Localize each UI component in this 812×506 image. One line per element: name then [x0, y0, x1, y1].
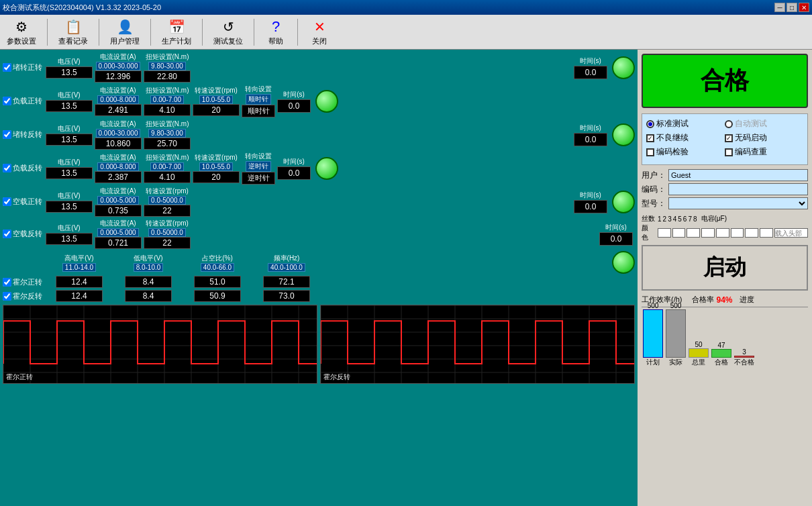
sr-voltage-header: 电压(V): [58, 124, 80, 134]
toolbar-reset[interactable]: ↺ 测试复位: [209, 16, 247, 48]
bc5[interactable]: [716, 228, 729, 238]
nr-voltage: 电压(V) 13.5: [46, 223, 93, 245]
code-label: 编码：: [642, 184, 666, 195]
sr-torque-value: 25.70: [144, 138, 191, 150]
close-window-button[interactable]: ✕: [799, 3, 809, 12]
hr-duty: 50.9: [184, 290, 251, 302]
option-standard-test[interactable]: 标准测试: [646, 118, 725, 130]
hall-indicator: [612, 251, 635, 274]
bc8[interactable]: [760, 228, 773, 238]
bc3[interactable]: [687, 228, 700, 238]
lf-torque: 扭矩设置(N.m) 0.00-7.00 4.10: [144, 86, 191, 116]
bar-item-plan: 500 计划: [643, 302, 663, 367]
lr-current-header: 电流设置(A): [100, 153, 136, 162]
toolbar-help[interactable]: ? 帮助: [261, 16, 291, 48]
toolbar-params[interactable]: ⚙ 参数设置: [3, 16, 40, 48]
code-input[interactable]: [668, 183, 808, 195]
noload-forward-label: 空载正转: [3, 197, 46, 207]
option-code-check[interactable]: 编码检验: [646, 146, 725, 158]
sf-voltage-header: 电压(V): [58, 57, 80, 66]
lf-direction-value: 顺时针: [242, 105, 275, 117]
noload-reverse-checkbox[interactable]: [3, 230, 11, 238]
nf-time-header: 时间(s): [580, 191, 601, 200]
toolbar-records-label: 查看记录: [58, 36, 88, 46]
bn3: 3: [668, 215, 672, 223]
lf-speed: 转速设置(rpm) 10.0-55.0 20: [193, 86, 240, 116]
option-bad-continue[interactable]: ✓ 不良继续: [646, 132, 725, 144]
lf-speed-value: 20: [193, 104, 240, 116]
bc2[interactable]: [672, 228, 686, 238]
nr-speed-header: 转速设置(rpm): [146, 219, 189, 228]
bc1[interactable]: [658, 228, 671, 238]
nf-current-value: 0.735: [95, 205, 142, 217]
toolbar-plan-label: 生产计划: [162, 36, 191, 46]
hall-forward-checkbox[interactable]: [3, 278, 11, 287]
band-num-label: 丝数: [642, 214, 655, 223]
nf-time-value: 0.0: [574, 200, 607, 213]
lf-time-value: 0.0: [277, 99, 311, 113]
bc6[interactable]: [731, 228, 744, 238]
sr-torque-header: 扭矩设置(N.m): [146, 119, 189, 129]
test-panel: .trow { display: flex; align-items: cent…: [0, 50, 638, 506]
stall-reverse-checkbox[interactable]: [3, 130, 11, 139]
lr-current-range: 0.000-8.000: [97, 162, 138, 171]
hf-duty-value: 51.0: [194, 276, 241, 288]
cap-input[interactable]: [774, 228, 808, 238]
toolbar-users-label: 用户管理: [110, 36, 140, 46]
standard-test-radio[interactable]: [646, 120, 654, 128]
load-reverse-checkbox[interactable]: [3, 164, 11, 172]
stall-reverse-text: 堵转反转: [13, 130, 42, 140]
code-check-label: 编码检验: [656, 146, 689, 158]
hr-low: 8.4: [115, 290, 182, 302]
band-color-label: 颜色: [642, 223, 655, 242]
sr-current-range: 0.000-30.000: [96, 129, 141, 138]
toolbar-records[interactable]: 📋 查看记录: [54, 16, 92, 48]
row-load-reverse: 负载反转 电压(V) 13.5 电流设置(A) 0.000-8.000 2.38…: [3, 152, 635, 185]
bn5: 5: [678, 215, 682, 223]
auto-test-radio[interactable]: [725, 120, 733, 128]
option-no-code-start[interactable]: ✓ 无码启动: [725, 132, 803, 144]
no-code-start-label: 无码启动: [735, 132, 767, 144]
toolbar-users[interactable]: 👤 用户管理: [106, 16, 144, 48]
toolbar-close[interactable]: ✕ 关闭: [305, 16, 334, 48]
nf-speed-range: 0.0-5000.0: [148, 196, 186, 205]
model-select[interactable]: [668, 197, 808, 209]
nf-time: 时间(s) 0.0: [574, 191, 607, 213]
hall-freq-label: 频率(Hz): [274, 254, 300, 263]
code-recheck-checkbox[interactable]: [725, 148, 733, 156]
start-button[interactable]: 启动: [642, 245, 808, 291]
code-check-checkbox[interactable]: [646, 148, 654, 156]
sf-voltage-value: 13.5: [46, 66, 93, 79]
bc4[interactable]: [701, 228, 715, 238]
no-code-start-checkbox[interactable]: ✓: [725, 134, 733, 142]
bc7[interactable]: [745, 228, 758, 238]
bar-pass-label: 合格: [715, 358, 728, 367]
sr-indicator: [612, 123, 635, 146]
user-input[interactable]: [668, 169, 808, 181]
toolbar-close-label: 关闭: [312, 36, 327, 46]
option-auto-test[interactable]: 自动测试: [725, 118, 803, 130]
toolbar-plan[interactable]: 📅 生产计划: [158, 16, 195, 48]
hall-reverse-checkbox[interactable]: [3, 292, 11, 301]
lr-current-value: 2.387: [95, 171, 142, 183]
hall-low-label: 低电平(V): [134, 254, 162, 263]
minimize-button[interactable]: ─: [774, 3, 785, 12]
noload-forward-checkbox[interactable]: [3, 197, 11, 206]
stall-forward-text: 堵转正转: [13, 62, 42, 72]
bar-item-total: 50 总里: [689, 341, 709, 367]
lr-voltage-value: 13.5: [46, 167, 93, 179]
load-reverse-label: 负载反转: [3, 163, 46, 173]
result-box: 合格: [642, 54, 808, 108]
option-code-recheck[interactable]: 编码查重: [725, 146, 803, 158]
bar-chart: 500 计划 500 实际 50 总里 47 合格: [642, 307, 808, 367]
lr-speed-header: 转速设置(rpm): [195, 153, 238, 162]
lf-torque-value: 4.10: [144, 104, 191, 116]
nf-voltage: 电压(V) 13.5: [46, 191, 93, 213]
load-forward-checkbox[interactable]: [3, 97, 11, 105]
lf-current-header: 电流设置(A): [100, 86, 136, 95]
lf-torque-range: 0.00-7.00: [150, 95, 184, 104]
nr-current: 电流设置(A) 0.000-5.000 0.721: [95, 219, 142, 249]
bad-continue-checkbox[interactable]: ✓: [646, 134, 654, 142]
stall-forward-checkbox[interactable]: [3, 63, 11, 72]
maximize-button[interactable]: □: [786, 3, 797, 12]
